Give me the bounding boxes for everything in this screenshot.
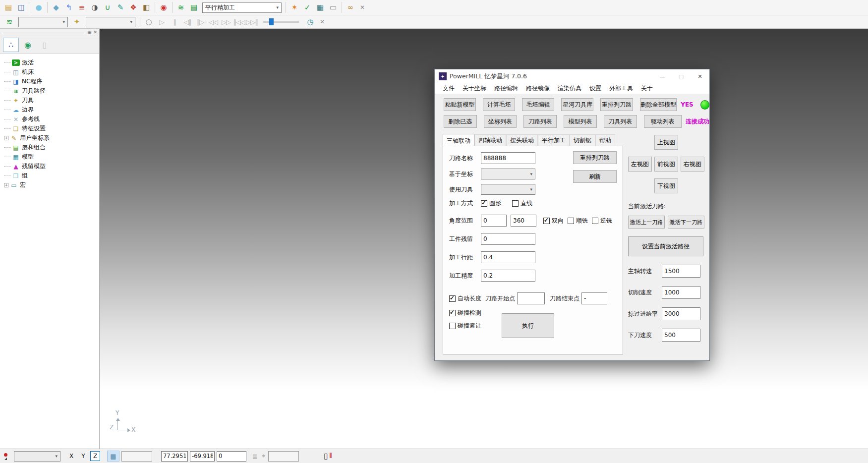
slider-handle[interactable]: [269, 18, 274, 25]
menu-file[interactable]: 文件: [439, 84, 459, 93]
top-view-button[interactable]: 上视图: [654, 135, 678, 150]
dialog-titlebar[interactable]: ✦ PowerMILL 忆梦星河 7.0.6 — ▢ ✕: [435, 69, 709, 83]
strategy-preset-dropdown[interactable]: 平行精加工 ▾: [202, 2, 282, 13]
toolbar-close-icon[interactable]: ✕: [357, 2, 368, 13]
toolpath-icon[interactable]: ≋: [3, 16, 16, 28]
left-view-button[interactable]: 左视图: [628, 157, 652, 172]
tree-item-activate[interactable]: > 激活: [4, 58, 99, 67]
front-view-button[interactable]: 前视图: [654, 157, 678, 172]
angle-to-input[interactable]: [511, 215, 536, 227]
reorder-toolpaths-button[interactable]: 重排列刀路: [600, 98, 633, 111]
tab-4axis[interactable]: 四轴联动: [474, 134, 506, 146]
panel-float-icon[interactable]: ▣: [87, 30, 92, 35]
tree-item-tools[interactable]: ✦ 刀具: [4, 96, 99, 105]
verify-tool-icon[interactable]: ✓: [301, 1, 314, 14]
save-icon[interactable]: ◫: [15, 1, 28, 14]
maximize-button[interactable]: ▢: [672, 69, 691, 83]
collision-check-checkbox[interactable]: 碰撞检测: [449, 309, 481, 317]
bottom-view-button[interactable]: 下视图: [654, 178, 678, 193]
bidirectional-checkbox[interactable]: 双向: [543, 217, 564, 225]
tree-item-models[interactable]: ▦ 模型: [4, 152, 99, 162]
bidirectional-checkbox-input[interactable]: [543, 218, 550, 224]
globe-icon[interactable]: ◉: [20, 38, 36, 52]
paste-new-model-button[interactable]: 粘贴新模型: [444, 98, 476, 111]
rapid-feed-input[interactable]: [662, 307, 700, 320]
menu-about-coords[interactable]: 关于坐标: [459, 84, 490, 93]
menu-external-tools[interactable]: 外部工具: [605, 84, 637, 93]
collision-check-checkbox-input[interactable]: [449, 310, 456, 316]
axis-y-button[interactable]: Y: [78, 451, 88, 461]
end-point-input[interactable]: [581, 292, 607, 304]
step-forward-icon[interactable]: ∥▷: [194, 16, 207, 28]
doc-pause-icon[interactable]: ▯ ∥: [324, 452, 333, 461]
stock-allowance-input[interactable]: [481, 233, 535, 245]
line-checkbox[interactable]: 直线: [512, 199, 532, 208]
coord-list-button[interactable]: 坐标列表: [484, 115, 517, 128]
ruler-icon[interactable]: ▭: [327, 1, 340, 14]
workplane-icon[interactable]: ◧: [140, 1, 153, 14]
tree-item-groups[interactable]: ❒ 组: [4, 171, 99, 180]
auto-length-checkbox[interactable]: 自动长度: [449, 294, 481, 303]
tree-item-levels[interactable]: ▤ 层和组合: [4, 143, 99, 152]
cutting-feed-input[interactable]: [662, 286, 700, 299]
collision-avoid-checkbox-input[interactable]: [449, 323, 456, 329]
go-end-icon[interactable]: ▷▷∥: [245, 16, 258, 28]
collision-avoid-checkbox[interactable]: 碰撞避让: [449, 322, 481, 330]
base-coord-dropdown[interactable]: ▾: [481, 169, 535, 179]
stepover-input[interactable]: [481, 251, 535, 263]
activate-next-toolpath-button[interactable]: 激活下一刀路: [668, 216, 704, 229]
fast-forward-icon[interactable]: ▷▷: [220, 16, 232, 28]
coord-y-field[interactable]: [190, 451, 215, 462]
climb-mill-checkbox-input[interactable]: [568, 218, 574, 224]
minimize-button[interactable]: —: [653, 69, 672, 83]
delete-selected-button[interactable]: 删除已选: [444, 115, 477, 128]
tree-item-macros[interactable]: + ▭ 宏: [4, 180, 99, 190]
conventional-mill-checkbox[interactable]: 逆铣: [592, 217, 612, 225]
tree-item-patterns[interactable]: ✕ 参考线: [4, 115, 99, 124]
clock-icon[interactable]: ◷: [304, 16, 317, 28]
tree-item-boundaries[interactable]: ☁ 边界: [4, 105, 99, 115]
open-file-icon[interactable]: ▤: [2, 1, 15, 14]
expand-icon[interactable]: +: [4, 183, 8, 187]
calc-block-button[interactable]: 计算毛坯: [483, 98, 515, 111]
tab-swivel[interactable]: 摆头联动: [506, 134, 538, 146]
menu-settings[interactable]: 设置: [585, 84, 605, 93]
tab-help[interactable]: 帮助: [595, 134, 615, 146]
trash-icon[interactable]: ▯: [37, 38, 53, 52]
auto-length-checkbox-input[interactable]: [449, 295, 456, 302]
tool-library-button[interactable]: 星河刀具库: [561, 98, 593, 111]
climb-mill-checkbox[interactable]: 顺铣: [568, 217, 588, 225]
step-back-icon[interactable]: ◁∥: [181, 16, 194, 28]
panel-close-icon[interactable]: ✕: [93, 30, 97, 35]
statusbar-dropdown[interactable]: ▾: [14, 451, 60, 462]
tool-ball-icon[interactable]: ◑: [88, 1, 101, 14]
tool-select-dropdown[interactable]: ▾: [86, 17, 135, 27]
refresh-button[interactable]: 刷新: [573, 170, 617, 183]
toolpath-select-dropdown[interactable]: ▾: [18, 17, 68, 27]
tree-item-machine[interactable]: ◫ 机床: [4, 67, 99, 77]
use-tool-dropdown[interactable]: ▾: [481, 184, 535, 195]
delete-all-models-button[interactable]: 删除全部模型: [640, 98, 677, 111]
leads-links-icon[interactable]: ↰: [62, 1, 75, 14]
reorder-toolpaths-button[interactable]: 重排列刀路: [573, 151, 617, 164]
grid-toggle-icon[interactable]: ▦: [107, 451, 119, 462]
conventional-mill-checkbox-input[interactable]: [592, 218, 598, 224]
block-edit-button[interactable]: 毛坯编辑: [522, 98, 554, 111]
collision-icon[interactable]: ◉: [157, 1, 170, 14]
toolpath-icon[interactable]: ≋: [174, 1, 187, 14]
tolerance-input[interactable]: [481, 270, 535, 282]
line-checkbox-input[interactable]: [512, 200, 519, 207]
coord-z-field[interactable]: [217, 451, 246, 462]
play-icon[interactable]: ▷: [155, 16, 168, 28]
tree-item-toolpaths[interactable]: ≋ 刀具路径: [4, 86, 99, 96]
toolpath-list-button[interactable]: 刀路列表: [523, 115, 557, 128]
record-icon[interactable]: [3, 452, 12, 461]
menu-path-edit[interactable]: 路径编辑: [490, 84, 522, 93]
axis-x-button[interactable]: X: [66, 451, 76, 461]
lightbulb-icon[interactable]: ○: [142, 16, 155, 28]
axis-z-button[interactable]: Z: [90, 451, 100, 461]
close-button[interactable]: ✕: [691, 69, 709, 83]
tree-view-icon[interactable]: ∴: [3, 38, 19, 52]
cylinders-icon[interactable]: ∞: [344, 1, 357, 14]
tree-item-nc-program[interactable]: ◨ NC程序: [4, 77, 99, 86]
